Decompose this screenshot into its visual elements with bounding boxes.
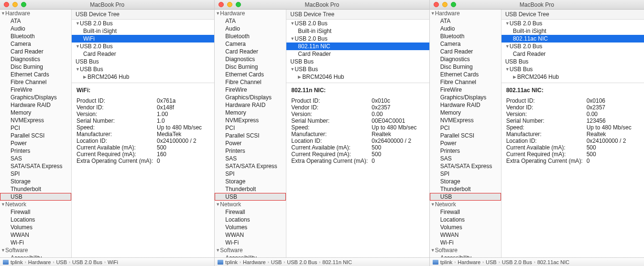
sidebar-item[interactable]: Hardware RAID: [0, 101, 71, 109]
sidebar-item[interactable]: Disc Burning: [0, 63, 71, 71]
breadcrumb-item[interactable]: USB: [486, 259, 497, 265]
sidebar-group-header[interactable]: ▼Software: [430, 246, 501, 254]
sidebar-item[interactable]: Accessibility: [215, 254, 286, 257]
sidebar-item[interactable]: Hardware RAID: [430, 101, 501, 109]
sidebar-item[interactable]: Printers: [0, 147, 71, 155]
sidebar-item[interactable]: Storage: [0, 178, 71, 185]
sidebar-item[interactable]: FireWire: [215, 86, 286, 94]
sidebar-item[interactable]: Power: [0, 139, 71, 147]
breadcrumb-item[interactable]: USB: [271, 259, 282, 265]
sidebar-item[interactable]: Ethernet Cards: [0, 71, 71, 78]
sidebar-item[interactable]: ATA: [0, 17, 71, 25]
sidebar-item[interactable]: Thunderbolt: [430, 185, 501, 193]
sidebar-item[interactable]: NVMExpress: [215, 117, 286, 124]
tree-row[interactable]: ▼USB 2.0 Bus: [72, 20, 214, 27]
sidebar-item[interactable]: SATA/SATA Express: [430, 162, 501, 170]
tree-row[interactable]: USB Bus: [286, 58, 429, 65]
sidebar-item[interactable]: Bluetooth: [430, 32, 501, 40]
sidebar-item[interactable]: FireWire: [0, 86, 71, 94]
sidebar-group-header[interactable]: ▼Network: [215, 201, 286, 208]
sidebar-item[interactable]: Memory: [0, 109, 71, 117]
sidebar-item[interactable]: Bluetooth: [215, 32, 286, 40]
sidebar-group-header[interactable]: ▼Software: [215, 246, 286, 254]
sidebar-item[interactable]: Thunderbolt: [0, 185, 71, 193]
sidebar-item[interactable]: USB: [430, 193, 501, 201]
sidebar-item[interactable]: FireWire: [430, 86, 501, 94]
sidebar-group-header[interactable]: ▼Hardware: [430, 10, 501, 17]
sidebar-item[interactable]: Ethernet Cards: [430, 71, 501, 78]
sidebar-item[interactable]: WWAN: [430, 231, 501, 239]
breadcrumb-item[interactable]: tplink: [440, 259, 453, 265]
sidebar-item[interactable]: SAS: [215, 155, 286, 162]
tree-row[interactable]: ▼USB 2.0 Bus: [502, 20, 644, 27]
tree-row[interactable]: Card Reader: [286, 50, 429, 58]
sidebar-item[interactable]: Parallel SCSI: [215, 132, 286, 139]
sidebar-item[interactable]: Ethernet Cards: [215, 71, 286, 78]
tree-row[interactable]: Built-in iSight: [502, 27, 644, 35]
sidebar-item[interactable]: Disc Burning: [215, 63, 286, 71]
sidebar-item[interactable]: Wi-Fi: [0, 239, 71, 246]
sidebar-item[interactable]: WWAN: [215, 231, 286, 239]
sidebar-item[interactable]: Diagnostics: [0, 55, 71, 63]
sidebar-item[interactable]: Bluetooth: [0, 32, 71, 40]
sidebar-item[interactable]: Audio: [0, 25, 71, 32]
sidebar-item[interactable]: Volumes: [0, 223, 71, 231]
sidebar-item[interactable]: Volumes: [215, 223, 286, 231]
sidebar-group-header[interactable]: ▼Hardware: [0, 10, 71, 17]
sidebar-item[interactable]: SPI: [430, 170, 501, 178]
sidebar-item[interactable]: Volumes: [430, 223, 501, 231]
sidebar-item[interactable]: Locations: [0, 216, 71, 223]
sidebar-group-header[interactable]: ▼Network: [430, 201, 501, 208]
breadcrumb-item[interactable]: USB 2.0 Bus: [72, 259, 102, 265]
breadcrumb-item[interactable]: Hardware: [458, 259, 480, 265]
tree-row[interactable]: ▼USB 2.0 Bus: [286, 35, 429, 43]
sidebar-item[interactable]: Accessibility: [430, 254, 501, 257]
sidebar-item[interactable]: Graphics/Displays: [0, 94, 71, 101]
sidebar-item[interactable]: SAS: [430, 155, 501, 162]
tree-row[interactable]: ▼USB 2.0 Bus: [502, 43, 644, 50]
breadcrumb-item[interactable]: USB: [56, 259, 67, 265]
breadcrumb-item[interactable]: tplink: [11, 259, 23, 265]
tree-row[interactable]: Card Reader: [502, 50, 644, 58]
sidebar-item[interactable]: SAS: [0, 155, 71, 162]
tree-row[interactable]: Built-in iSight: [286, 27, 429, 35]
sidebar-item[interactable]: PCI: [0, 124, 71, 132]
tree-row[interactable]: Card Reader: [72, 50, 214, 58]
sidebar-item[interactable]: Card Reader: [215, 48, 286, 55]
sidebar-item[interactable]: Wi-Fi: [430, 239, 501, 246]
sidebar-item[interactable]: Memory: [430, 109, 501, 117]
breadcrumb-item[interactable]: USB 2.0 Bus: [287, 259, 317, 265]
sidebar-item[interactable]: PCI: [215, 124, 286, 132]
sidebar-item[interactable]: Locations: [215, 216, 286, 223]
sidebar-item[interactable]: NVMExpress: [0, 117, 71, 124]
sidebar-item[interactable]: Audio: [215, 25, 286, 32]
sidebar-item[interactable]: Wi-Fi: [215, 239, 286, 246]
sidebar-item[interactable]: Camera: [430, 40, 501, 48]
tree-row[interactable]: USB Bus: [72, 58, 214, 65]
sidebar-item[interactable]: Storage: [215, 178, 286, 185]
sidebar-item[interactable]: Hardware RAID: [215, 101, 286, 109]
tree-row[interactable]: Built-in iSight: [72, 27, 214, 35]
tree-row[interactable]: ▶BRCM2046 Hub: [502, 73, 644, 81]
tree-row[interactable]: USB Bus: [502, 58, 644, 65]
sidebar-group-header[interactable]: ▼Hardware: [215, 10, 286, 17]
sidebar-item[interactable]: Fibre Channel: [430, 78, 501, 86]
sidebar-item[interactable]: Printers: [430, 147, 501, 155]
sidebar-item[interactable]: Parallel SCSI: [430, 132, 501, 139]
sidebar-item[interactable]: Diagnostics: [430, 55, 501, 63]
sidebar-item[interactable]: Fibre Channel: [215, 78, 286, 86]
sidebar-item[interactable]: SPI: [215, 170, 286, 178]
sidebar-item[interactable]: Power: [215, 139, 286, 147]
sidebar-item[interactable]: ATA: [430, 17, 501, 25]
breadcrumb-item[interactable]: WiFi: [108, 259, 118, 265]
sidebar-item[interactable]: Locations: [430, 216, 501, 223]
sidebar-group-header[interactable]: ▼Network: [0, 201, 71, 208]
sidebar-item[interactable]: SATA/SATA Express: [0, 162, 71, 170]
sidebar-item[interactable]: Printers: [215, 147, 286, 155]
sidebar-item[interactable]: USB: [215, 193, 286, 201]
tree-row[interactable]: 802.11n NIC: [286, 43, 429, 50]
tree-row[interactable]: ▼USB 2.0 Bus: [286, 20, 429, 27]
sidebar-item[interactable]: Power: [430, 139, 501, 147]
sidebar-item[interactable]: SPI: [0, 170, 71, 178]
sidebar-item[interactable]: USB: [0, 193, 71, 201]
